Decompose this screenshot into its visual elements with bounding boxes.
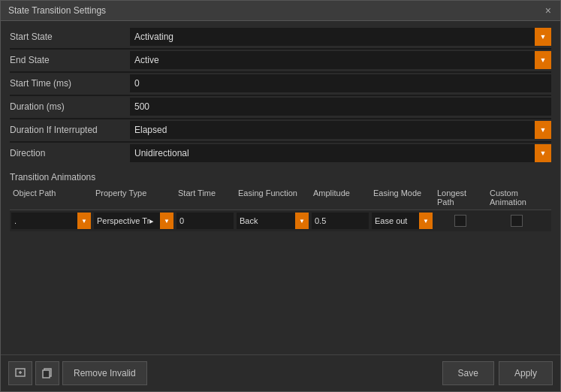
- start-state-select-wrapper: Activating: [130, 28, 551, 46]
- col-header-easing-mode: Easing Mode: [370, 185, 434, 210]
- save-button[interactable]: Save: [442, 361, 494, 385]
- duration-interrupted-select[interactable]: Elapsed: [130, 121, 551, 139]
- easing-function-select-wrapper: Back: [237, 213, 309, 229]
- duration-interrupted-label: Duration If Interrupted: [10, 125, 130, 135]
- add-row-button[interactable]: [8, 361, 32, 385]
- col-header-start-time: Start Time: [175, 185, 235, 210]
- col-header-property-type: Property Type: [92, 185, 175, 210]
- duration-input[interactable]: [130, 98, 551, 116]
- direction-select-wrapper: Unidirectional: [130, 144, 551, 162]
- end-state-select-wrapper: Active: [130, 51, 551, 69]
- custom-animation-checkbox[interactable]: [511, 215, 523, 227]
- direction-select[interactable]: Unidirectional: [130, 144, 551, 162]
- easing-mode-select[interactable]: Ease out: [372, 213, 433, 229]
- remove-invalid-button[interactable]: Remove Invalid: [62, 361, 147, 385]
- duration-interrupted-select-wrapper: Elapsed: [130, 121, 551, 139]
- duration-row: Duration (ms): [10, 97, 551, 116]
- col-header-longest-path: Longest Path: [434, 185, 487, 210]
- table-section: Object Path Property Type Start Time Eas…: [1, 185, 560, 354]
- cell-start-time: [175, 211, 235, 231]
- col-header-custom-animation: Custom Animation: [487, 185, 547, 210]
- property-type-select[interactable]: Perspective Tr▸: [94, 213, 173, 229]
- start-state-row: Start State Activating: [10, 27, 551, 47]
- table: Object Path Property Type Start Time Eas…: [10, 185, 551, 231]
- start-time-input[interactable]: [130, 74, 551, 92]
- start-state-select[interactable]: Activating: [130, 28, 551, 46]
- add-icon: [14, 367, 26, 379]
- state-transition-dialog: State Transition Settings × Start State …: [0, 0, 561, 392]
- footer-left: Remove Invalid: [8, 361, 147, 385]
- property-type-select-wrapper: Perspective Tr▸: [94, 213, 173, 229]
- table-row: . Perspective Tr▸: [10, 210, 551, 231]
- start-time-row: Start Time (ms): [10, 74, 551, 93]
- start-state-label: Start State: [10, 32, 130, 42]
- object-path-select[interactable]: .: [11, 213, 91, 229]
- col-header-amplitude: Amplitude: [310, 185, 370, 210]
- dialog-content: Start State Activating End State Active: [1, 21, 560, 354]
- longest-path-checkbox[interactable]: [454, 215, 466, 227]
- copy-row-button[interactable]: [35, 361, 59, 385]
- copy-icon: [41, 367, 53, 379]
- duration-label: Duration (ms): [10, 101, 130, 112]
- cell-custom-animation: [487, 213, 547, 228]
- close-button[interactable]: ×: [544, 5, 553, 16]
- table-header: Object Path Property Type Start Time Eas…: [10, 185, 551, 210]
- cell-easing-function: Back: [235, 211, 310, 231]
- svg-rect-4: [43, 370, 50, 378]
- cell-property-type: Perspective Tr▸: [92, 211, 175, 231]
- end-state-label: End State: [10, 55, 130, 65]
- cell-amplitude: [310, 211, 370, 231]
- cell-easing-mode: Ease out: [370, 211, 434, 231]
- col-header-object-path: Object Path: [10, 185, 92, 210]
- apply-button[interactable]: Apply: [499, 361, 553, 385]
- start-time-label: Start Time (ms): [10, 78, 130, 89]
- dialog-title: State Transition Settings: [8, 5, 106, 16]
- start-time-cell-input[interactable]: [176, 213, 234, 229]
- easing-mode-select-wrapper: Ease out: [372, 213, 433, 229]
- footer-right: Save Apply: [442, 361, 553, 385]
- amplitude-cell-input[interactable]: [312, 213, 369, 229]
- footer: Remove Invalid Save Apply: [1, 354, 560, 391]
- end-state-select[interactable]: Active: [130, 51, 551, 69]
- title-bar: State Transition Settings ×: [1, 1, 560, 21]
- cell-longest-path: [434, 213, 487, 228]
- duration-interrupted-row: Duration If Interrupted Elapsed: [10, 120, 551, 140]
- direction-row: Direction Unidirectional: [10, 143, 551, 163]
- form-section: Start State Activating End State Active: [1, 21, 560, 167]
- end-state-row: End State Active: [10, 50, 551, 70]
- object-path-select-wrapper: .: [11, 213, 91, 229]
- transition-animations-header: Transition Animations: [1, 167, 560, 185]
- cell-object-path: .: [10, 211, 92, 231]
- direction-label: Direction: [10, 148, 130, 158]
- easing-function-select[interactable]: Back: [237, 213, 309, 229]
- col-header-easing-function: Easing Function: [235, 185, 310, 210]
